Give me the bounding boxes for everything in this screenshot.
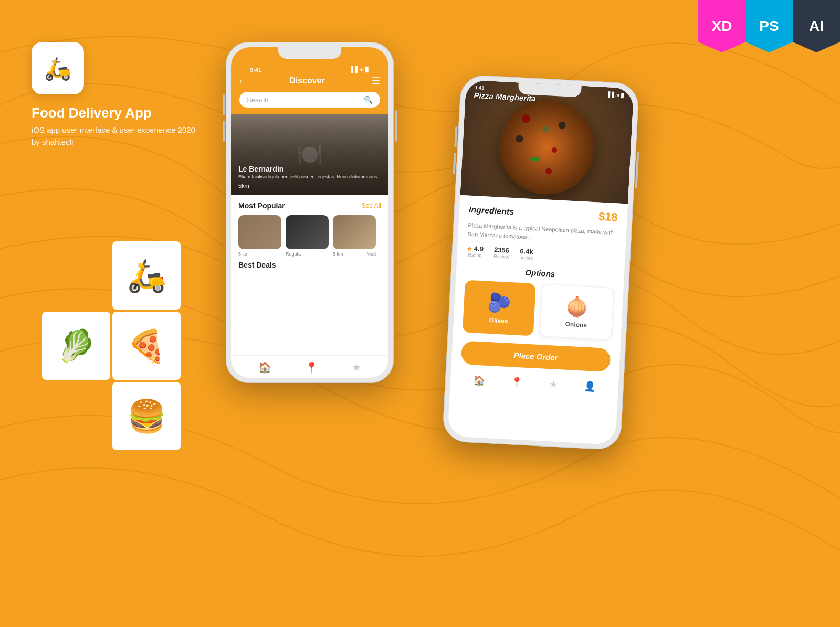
rating-value: ★ 4.9 xyxy=(467,245,484,253)
discover-nav: ‹ Discover ☰ xyxy=(239,75,380,87)
item1-dist: 5 km xyxy=(238,251,249,257)
pizza-slice-icon: 🍕 xyxy=(127,327,166,365)
pizza-icon-cell: 🍕 xyxy=(112,312,181,380)
restaurant-info: Le Bernardin Etiam facilisis ligula nec … xyxy=(238,165,379,189)
phone1-screen: 9:41 ▐▐ ᵯ ▋ ‹ Discover ☰ Search 🔍 xyxy=(231,47,388,378)
phone2-screen: 9:41 ▐▐ ᵯ ▋ Pizza Margherita xyxy=(447,80,634,445)
popular-item-3-info: 5 km Mod xyxy=(333,251,376,257)
rating-stat: ★ 4.9 Rating xyxy=(466,245,484,259)
restaurant-distance: 5km xyxy=(238,183,379,189)
phone1-notch xyxy=(278,47,341,59)
olives-label: Olives xyxy=(489,316,508,325)
power-btn xyxy=(395,110,397,142)
popular-item-1[interactable]: 5 km xyxy=(238,215,281,257)
detail-nav-profile[interactable]: 👤 xyxy=(584,380,596,392)
detail-header: Ingredients $18 xyxy=(468,203,618,225)
nav-home-icon[interactable]: 🏠 xyxy=(258,361,271,374)
ps-badge: PS xyxy=(746,0,793,52)
option-olives[interactable]: 🫐 Olives xyxy=(463,280,536,336)
rating-label: Rating xyxy=(466,252,483,259)
search-bar[interactable]: Search 🔍 xyxy=(239,92,380,108)
status-time: 9:41 xyxy=(250,67,261,73)
xd-badge: XD xyxy=(698,0,746,52)
item2-name: Regata xyxy=(286,251,301,257)
detail-nav-favorites[interactable]: ★ xyxy=(549,378,558,390)
options-row: 🫐 Olives 🧅 Onions xyxy=(463,280,614,341)
place-order-button[interactable]: Place Order xyxy=(461,341,611,372)
most-popular-section: Most Popular See All 5 km Regata xyxy=(231,195,388,261)
restaurant-desc: Etiam facilisis ligula nec velit posuere… xyxy=(238,174,379,180)
restaurant-name: Le Bernardin xyxy=(238,165,379,173)
nav-star-icon[interactable]: ★ xyxy=(352,361,361,374)
phone2-detail: 9:41 ▐▐ ᵯ ▋ Pizza Margherita xyxy=(452,79,630,446)
popular-item-1-info: 5 km xyxy=(238,251,281,257)
volume-up-btn xyxy=(223,94,225,115)
branding-section: 🛵 Food Delivery App iOS app user interfa… xyxy=(32,42,195,148)
most-popular-header: Most Popular See All xyxy=(238,201,381,210)
detail-content: Ingredients $18 Pizza Margherita is a ty… xyxy=(450,195,628,404)
popular-item-3[interactable]: 5 km Mod xyxy=(333,215,376,257)
popular-thumb-1 xyxy=(238,215,281,249)
reviews-label: Review xyxy=(494,253,509,260)
orders-label: orders xyxy=(519,255,533,261)
popular-thumb-2 xyxy=(286,215,329,249)
p2-signal: ▐▐ ᵯ ▋ xyxy=(606,91,625,99)
app-title: Food Delivery App xyxy=(32,105,195,121)
item3-name: Mod xyxy=(366,251,376,257)
app-subtitle: iOS app user interface & user experience… xyxy=(32,124,195,148)
p2-power-btn xyxy=(635,152,639,188)
phone1-discover: 9:41 ▐▐ ᵯ ▋ ‹ Discover ☰ Search 🔍 xyxy=(226,42,394,383)
pizza-background: 9:41 ▐▐ ᵯ ▋ Pizza Margherita xyxy=(460,80,634,204)
xd-label: XD xyxy=(712,18,732,35)
ingredients-title: Ingredients xyxy=(469,205,514,217)
pizza-image-area: 9:41 ▐▐ ᵯ ▋ Pizza Margherita xyxy=(460,80,634,204)
stats-row: ★ 4.9 Rating 2356 Review 6.4k orders xyxy=(466,245,616,265)
star-icon: ★ xyxy=(467,246,472,252)
status-bar: 9:41 ▐▐ ᵯ ▋ xyxy=(239,62,380,73)
pizza-description: Pizza Margherita is a typical Neapolitan… xyxy=(467,221,617,246)
detail-bottom-nav: 🏠 📍 ★ 👤 xyxy=(459,370,609,396)
delivery-icon: 🛵 xyxy=(127,257,166,294)
status-icons: ▐▐ ᵯ ▋ xyxy=(349,66,370,73)
popular-item-2[interactable]: Regata xyxy=(286,215,329,257)
search-icon: 🔍 xyxy=(364,95,373,104)
phone2-outer: 9:41 ▐▐ ᵯ ▋ Pizza Margherita xyxy=(442,75,639,451)
detail-nav-home[interactable]: 🏠 xyxy=(473,375,485,387)
ai-label: AI xyxy=(809,18,824,35)
restaurant-card[interactable]: 🍽️ Le Bernardin Etiam facilisis ligula n… xyxy=(231,114,388,195)
see-all-link[interactable]: See All xyxy=(362,202,381,209)
subtitle-line2: by shahtech xyxy=(32,137,74,146)
burger-icon-cell: 🍔 xyxy=(112,382,181,450)
search-placeholder: Search xyxy=(247,96,268,104)
volume-down-btn xyxy=(223,121,225,142)
veggie-icon-cell: 🥬 xyxy=(42,312,110,380)
bottom-nav-1: 🏠 📍 ★ xyxy=(231,355,388,378)
onions-label: Onions xyxy=(565,321,587,329)
menu-icon[interactable]: ☰ xyxy=(372,75,380,87)
veggie-icon: 🥬 xyxy=(57,327,96,365)
burger-icon: 🍔 xyxy=(127,398,166,435)
ps-label: PS xyxy=(759,18,779,35)
most-popular-title: Most Popular xyxy=(238,201,285,210)
tool-badges: XD PS AI xyxy=(698,0,840,52)
app-logo: 🛵 xyxy=(32,42,84,94)
nav-location-icon[interactable]: 📍 xyxy=(305,361,318,374)
popular-item-2-info: Regata xyxy=(286,251,329,257)
detail-nav-location[interactable]: 📍 xyxy=(511,376,523,388)
p2-volume-down xyxy=(453,153,456,174)
best-deals-label: Best Deals xyxy=(231,261,388,272)
icon-grid: 🛵 🥬 🍕 🍔 xyxy=(42,241,181,450)
p2-time: 9:41 xyxy=(474,84,485,91)
option-onions[interactable]: 🧅 Onions xyxy=(540,284,614,340)
phone1-outer: 9:41 ▐▐ ᵯ ▋ ‹ Discover ☰ Search 🔍 xyxy=(226,42,394,383)
orders-stat: 6.4k orders xyxy=(519,247,533,261)
ai-badge: AI xyxy=(793,0,840,52)
orders-value: 6.4k xyxy=(520,247,533,256)
price-label: $18 xyxy=(598,210,618,225)
logo-icon: 🛵 xyxy=(44,56,71,81)
p2-volume-up xyxy=(454,126,457,147)
popular-thumb-3 xyxy=(333,215,376,249)
onions-icon: 🧅 xyxy=(565,295,590,318)
reviews-value: 2356 xyxy=(494,246,509,254)
discover-title: Discover xyxy=(243,76,372,86)
